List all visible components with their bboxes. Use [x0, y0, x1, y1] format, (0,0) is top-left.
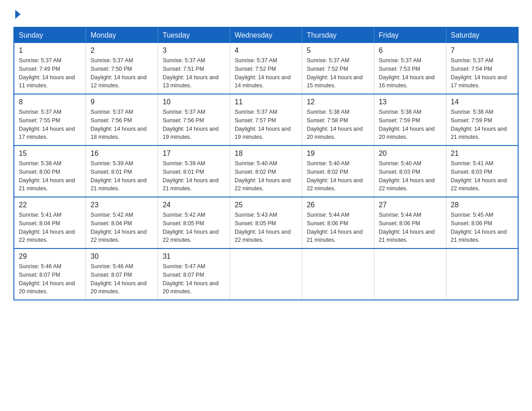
calendar-cell: 9Sunrise: 5:37 AMSunset: 7:56 PMDaylight… [86, 94, 158, 146]
day-number: 5 [307, 47, 369, 55]
day-info: Sunrise: 5:37 AMSunset: 7:52 PMDaylight:… [235, 56, 297, 90]
day-number: 13 [379, 98, 442, 106]
calendar-cell: 6Sunrise: 5:37 AMSunset: 7:53 PMDaylight… [374, 43, 446, 94]
day-number: 24 [163, 201, 225, 209]
calendar-cell: 16Sunrise: 5:39 AMSunset: 8:01 PMDayligh… [86, 146, 158, 197]
day-info: Sunrise: 5:37 AMSunset: 7:50 PMDaylight:… [90, 56, 153, 90]
calendar-cell: 13Sunrise: 5:38 AMSunset: 7:59 PMDayligh… [374, 94, 446, 146]
day-info: Sunrise: 5:41 AMSunset: 8:04 PMDaylight:… [19, 211, 81, 244]
calendar-cell: 10Sunrise: 5:37 AMSunset: 7:56 PMDayligh… [158, 94, 230, 146]
calendar-week-row: 15Sunrise: 5:38 AMSunset: 8:00 PMDayligh… [14, 146, 518, 197]
day-number: 12 [307, 98, 369, 106]
day-info: Sunrise: 5:42 AMSunset: 8:05 PMDaylight:… [163, 211, 225, 244]
calendar-cell: 31Sunrise: 5:47 AMSunset: 8:07 PMDayligh… [158, 248, 230, 300]
calendar-cell: 20Sunrise: 5:40 AMSunset: 8:03 PMDayligh… [374, 146, 446, 197]
day-info: Sunrise: 5:43 AMSunset: 8:05 PMDaylight:… [235, 211, 297, 244]
day-number: 18 [235, 150, 297, 158]
day-number: 16 [90, 150, 153, 158]
logo-arrow-icon [15, 10, 21, 19]
day-info: Sunrise: 5:46 AMSunset: 8:07 PMDaylight:… [90, 262, 153, 296]
day-number: 29 [19, 253, 81, 261]
day-number: 11 [235, 98, 297, 106]
calendar-cell [374, 248, 446, 300]
calendar-cell: 11Sunrise: 5:37 AMSunset: 7:57 PMDayligh… [230, 94, 302, 146]
calendar-cell: 24Sunrise: 5:42 AMSunset: 8:05 PMDayligh… [158, 197, 230, 248]
page-header [13, 9, 519, 20]
calendar-header-row: SundayMondayTuesdayWednesdayThursdayFrid… [14, 27, 518, 43]
day-info: Sunrise: 5:37 AMSunset: 7:56 PMDaylight:… [163, 108, 225, 141]
day-info: Sunrise: 5:37 AMSunset: 7:51 PMDaylight:… [163, 56, 225, 90]
calendar-cell: 15Sunrise: 5:38 AMSunset: 8:00 PMDayligh… [14, 146, 86, 197]
day-number: 15 [19, 150, 81, 158]
day-info: Sunrise: 5:37 AMSunset: 7:56 PMDaylight:… [90, 108, 153, 141]
day-number: 30 [90, 253, 153, 261]
calendar-cell: 27Sunrise: 5:44 AMSunset: 8:06 PMDayligh… [374, 197, 446, 248]
day-number: 31 [163, 253, 225, 261]
calendar-cell: 28Sunrise: 5:45 AMSunset: 8:06 PMDayligh… [446, 197, 518, 248]
day-number: 10 [163, 98, 225, 106]
day-number: 28 [451, 201, 513, 209]
calendar-cell [230, 248, 302, 300]
calendar-cell: 29Sunrise: 5:46 AMSunset: 8:07 PMDayligh… [14, 248, 86, 300]
calendar-cell: 4Sunrise: 5:37 AMSunset: 7:52 PMDaylight… [230, 43, 302, 94]
day-number: 9 [90, 98, 153, 106]
calendar-week-row: 8Sunrise: 5:37 AMSunset: 7:55 PMDaylight… [14, 94, 518, 146]
calendar-week-row: 1Sunrise: 5:37 AMSunset: 7:49 PMDaylight… [14, 43, 518, 94]
calendar-cell: 7Sunrise: 5:37 AMSunset: 7:54 PMDaylight… [446, 43, 518, 94]
day-info: Sunrise: 5:38 AMSunset: 7:59 PMDaylight:… [451, 108, 513, 141]
calendar-cell: 17Sunrise: 5:39 AMSunset: 8:01 PMDayligh… [158, 146, 230, 197]
day-number: 14 [451, 98, 513, 106]
calendar-cell: 26Sunrise: 5:44 AMSunset: 8:06 PMDayligh… [302, 197, 374, 248]
calendar-cell: 23Sunrise: 5:42 AMSunset: 8:04 PMDayligh… [86, 197, 158, 248]
day-info: Sunrise: 5:38 AMSunset: 8:00 PMDaylight:… [19, 159, 81, 193]
day-number: 25 [235, 201, 297, 209]
calendar-cell: 18Sunrise: 5:40 AMSunset: 8:02 PMDayligh… [230, 146, 302, 197]
weekday-header-monday: Monday [86, 27, 158, 43]
weekday-header-sunday: Sunday [14, 27, 86, 43]
day-info: Sunrise: 5:40 AMSunset: 8:02 PMDaylight:… [307, 159, 369, 193]
day-number: 6 [379, 47, 442, 55]
day-info: Sunrise: 5:41 AMSunset: 8:03 PMDaylight:… [451, 159, 513, 193]
weekday-header-saturday: Saturday [446, 27, 518, 43]
weekday-header-thursday: Thursday [302, 27, 374, 43]
day-info: Sunrise: 5:37 AMSunset: 7:54 PMDaylight:… [451, 56, 513, 90]
weekday-header-wednesday: Wednesday [230, 27, 302, 43]
calendar-cell: 8Sunrise: 5:37 AMSunset: 7:55 PMDaylight… [14, 94, 86, 146]
day-info: Sunrise: 5:37 AMSunset: 7:52 PMDaylight:… [307, 56, 369, 90]
day-number: 20 [379, 150, 442, 158]
day-info: Sunrise: 5:37 AMSunset: 7:53 PMDaylight:… [379, 56, 442, 90]
day-info: Sunrise: 5:39 AMSunset: 8:01 PMDaylight:… [90, 159, 153, 193]
day-number: 27 [379, 201, 442, 209]
day-info: Sunrise: 5:42 AMSunset: 8:04 PMDaylight:… [90, 211, 153, 244]
day-info: Sunrise: 5:45 AMSunset: 8:06 PMDaylight:… [451, 211, 513, 244]
calendar-cell: 3Sunrise: 5:37 AMSunset: 7:51 PMDaylight… [158, 43, 230, 94]
day-info: Sunrise: 5:38 AMSunset: 7:59 PMDaylight:… [379, 108, 442, 141]
day-number: 17 [163, 150, 225, 158]
day-number: 2 [90, 47, 153, 55]
day-number: 22 [19, 201, 81, 209]
day-info: Sunrise: 5:44 AMSunset: 8:06 PMDaylight:… [379, 211, 442, 244]
day-number: 26 [307, 201, 369, 209]
day-number: 3 [163, 47, 225, 55]
calendar-table: SundayMondayTuesdayWednesdayThursdayFrid… [13, 27, 519, 300]
calendar-cell: 21Sunrise: 5:41 AMSunset: 8:03 PMDayligh… [446, 146, 518, 197]
calendar-cell: 5Sunrise: 5:37 AMSunset: 7:52 PMDaylight… [302, 43, 374, 94]
day-info: Sunrise: 5:40 AMSunset: 8:02 PMDaylight:… [235, 159, 297, 193]
day-number: 21 [451, 150, 513, 158]
day-info: Sunrise: 5:39 AMSunset: 8:01 PMDaylight:… [163, 159, 225, 193]
calendar-cell [302, 248, 374, 300]
calendar-cell: 12Sunrise: 5:38 AMSunset: 7:58 PMDayligh… [302, 94, 374, 146]
weekday-header-tuesday: Tuesday [158, 27, 230, 43]
day-info: Sunrise: 5:37 AMSunset: 7:55 PMDaylight:… [19, 108, 81, 141]
calendar-week-row: 29Sunrise: 5:46 AMSunset: 8:07 PMDayligh… [14, 248, 518, 300]
calendar-cell: 2Sunrise: 5:37 AMSunset: 7:50 PMDaylight… [86, 43, 158, 94]
weekday-header-friday: Friday [374, 27, 446, 43]
day-number: 19 [307, 150, 369, 158]
day-number: 1 [19, 47, 81, 55]
day-info: Sunrise: 5:37 AMSunset: 7:49 PMDaylight:… [19, 56, 81, 90]
calendar-cell [446, 248, 518, 300]
logo [13, 9, 21, 20]
day-info: Sunrise: 5:37 AMSunset: 7:57 PMDaylight:… [235, 108, 297, 141]
day-info: Sunrise: 5:46 AMSunset: 8:07 PMDaylight:… [19, 262, 81, 296]
calendar-cell: 1Sunrise: 5:37 AMSunset: 7:49 PMDaylight… [14, 43, 86, 94]
